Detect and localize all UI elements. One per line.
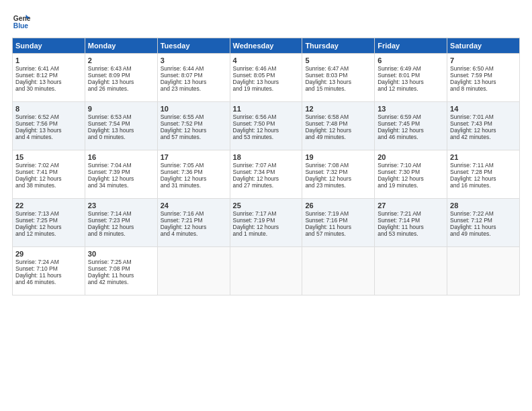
day-number: 4 [233,56,300,64]
day-number: 20 [378,153,444,161]
day-number: 19 [305,153,371,161]
logo-icon: General Blue [12,12,31,31]
day-number: 17 [161,153,227,161]
day-number: 10 [161,105,227,113]
day-number: 27 [378,201,444,210]
svg-text:Blue: Blue [13,22,29,30]
day-number: 21 [450,153,517,161]
logo: General Blue [12,12,31,31]
table-cell: 21Sunrise: 7:11 AMSunset: 7:28 PMDayligh… [447,150,520,199]
table-cell: 19Sunrise: 7:08 AMSunset: 7:32 PMDayligh… [302,150,375,199]
header-row: Sunday Monday Tuesday Wednesday Thursday… [13,38,520,54]
table-cell: 4Sunrise: 6:46 AMSunset: 8:05 PMDaylight… [230,54,302,102]
day-number: 3 [161,56,227,64]
col-tuesday: Tuesday [157,38,230,54]
table-cell: 20Sunrise: 7:10 AMSunset: 7:30 PMDayligh… [375,150,447,199]
table-cell: 8Sunrise: 6:52 AMSunset: 7:56 PMDaylight… [13,102,85,150]
day-number: 12 [305,105,371,113]
table-cell: 13Sunrise: 6:59 AMSunset: 7:45 PMDayligh… [375,102,447,150]
table-cell [375,247,447,295]
day-number: 5 [305,56,371,64]
day-number: 25 [233,201,300,210]
table-cell: 26Sunrise: 7:19 AMSunset: 7:16 PMDayligh… [302,199,375,247]
table-cell: 5Sunrise: 6:47 AMSunset: 8:03 PMDaylight… [302,54,375,102]
table-cell: 15Sunrise: 7:02 AMSunset: 7:41 PMDayligh… [13,150,85,199]
day-number: 28 [450,201,517,210]
col-monday: Monday [85,38,157,54]
table-cell [447,247,520,295]
table-cell: 17Sunrise: 7:05 AMSunset: 7:36 PMDayligh… [157,150,230,199]
table-cell: 3Sunrise: 6:44 AMSunset: 8:07 PMDaylight… [157,54,230,102]
table-cell [302,247,375,295]
table-row: 1Sunrise: 6:41 AMSunset: 8:12 PMDaylight… [13,54,520,102]
calendar-table-main: Sunday Monday Tuesday Wednesday Thursday… [12,38,520,295]
table-cell: 2Sunrise: 6:43 AMSunset: 8:09 PMDaylight… [85,54,157,102]
table-cell: 12Sunrise: 6:58 AMSunset: 7:48 PMDayligh… [302,102,375,150]
col-saturday: Saturday [447,38,520,54]
day-number: 8 [15,105,82,113]
table-cell [230,247,302,295]
table-cell: 18Sunrise: 7:07 AMSunset: 7:34 PMDayligh… [230,150,302,199]
table-cell: 7Sunrise: 6:50 AMSunset: 7:59 PMDaylight… [447,54,520,102]
table-cell: 6Sunrise: 6:49 AMSunset: 8:01 PMDaylight… [375,54,447,102]
table-row: 15Sunrise: 7:02 AMSunset: 7:41 PMDayligh… [13,150,520,199]
table-cell: 27Sunrise: 7:21 AMSunset: 7:14 PMDayligh… [375,199,447,247]
table-cell [157,247,230,295]
day-number: 14 [450,105,517,113]
col-sunday: Sunday [13,38,85,54]
table-cell: 22Sunrise: 7:13 AMSunset: 7:25 PMDayligh… [13,199,85,247]
table-cell: 23Sunrise: 7:14 AMSunset: 7:23 PMDayligh… [85,199,157,247]
svg-text:General: General [13,15,31,22]
table-cell: 9Sunrise: 6:53 AMSunset: 7:54 PMDaylight… [85,102,157,150]
table-cell: 25Sunrise: 7:17 AMSunset: 7:19 PMDayligh… [230,199,302,247]
table-row: 29Sunrise: 7:24 AMSunset: 7:10 PMDayligh… [13,247,520,295]
table-cell: 28Sunrise: 7:22 AMSunset: 7:12 PMDayligh… [447,199,520,247]
day-number: 15 [15,153,82,161]
day-number: 24 [161,201,227,210]
day-number: 11 [233,105,300,113]
col-thursday: Thursday [302,38,375,54]
day-number: 1 [15,56,82,64]
table-cell: 16Sunrise: 7:04 AMSunset: 7:39 PMDayligh… [85,150,157,199]
header: General Blue [12,12,520,31]
table-row: 22Sunrise: 7:13 AMSunset: 7:25 PMDayligh… [13,199,520,247]
day-number: 26 [305,201,371,210]
table-cell: 14Sunrise: 7:01 AMSunset: 7:43 PMDayligh… [447,102,520,150]
table-cell: 11Sunrise: 6:56 AMSunset: 7:50 PMDayligh… [230,102,302,150]
table-cell: 10Sunrise: 6:55 AMSunset: 7:52 PMDayligh… [157,102,230,150]
day-number: 23 [88,201,154,210]
table-cell: 1Sunrise: 6:41 AMSunset: 8:12 PMDaylight… [13,54,85,102]
day-number: 7 [450,56,517,64]
day-number: 6 [378,56,444,64]
table-row: 8Sunrise: 6:52 AMSunset: 7:56 PMDaylight… [13,102,520,150]
day-number: 16 [88,153,154,161]
day-number: 18 [233,153,300,161]
table-cell: 29Sunrise: 7:24 AMSunset: 7:10 PMDayligh… [13,247,85,295]
col-wednesday: Wednesday [230,38,302,54]
page: General Blue // Remove the broken table … [0,0,532,411]
col-friday: Friday [375,38,447,54]
day-number: 13 [378,105,444,113]
day-number: 30 [88,250,154,258]
day-number: 2 [88,56,154,64]
table-cell: 24Sunrise: 7:16 AMSunset: 7:21 PMDayligh… [157,199,230,247]
day-number: 29 [15,250,82,258]
day-number: 22 [15,201,82,210]
table-cell: 30Sunrise: 7:25 AMSunset: 7:08 PMDayligh… [85,247,157,295]
day-number: 9 [88,105,154,113]
